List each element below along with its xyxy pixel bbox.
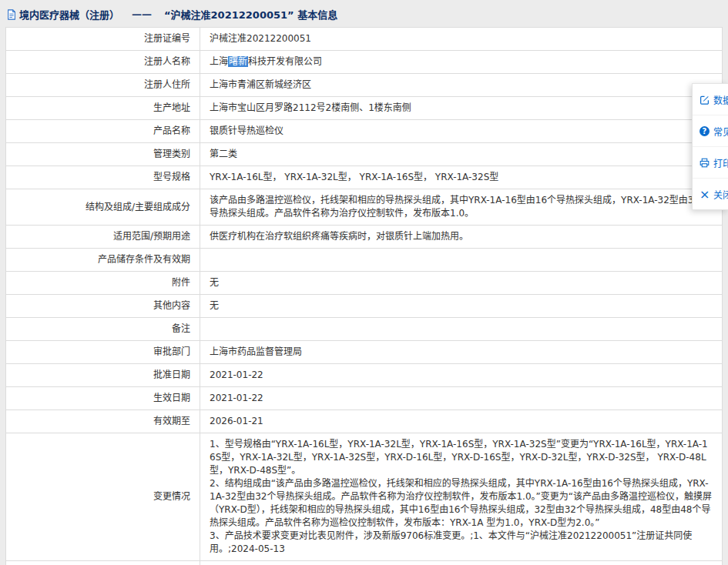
page-header: 境内医疗器械（注册） —— “沪械注准20212200051” 基本信息 [0, 0, 728, 27]
table-row: 批准日期 2021-01-22 [6, 364, 723, 387]
page-title-dash: —— [132, 8, 152, 20]
approval-date-value: 2021-01-22 [200, 364, 723, 387]
change-history-value: 1、型号规格由“YRX-1A-16L型，YRX-1A-32L型，YRX-1A-1… [200, 433, 723, 561]
management-category-value: 第二类 [200, 143, 723, 166]
side-item-label: 数据 [713, 93, 728, 106]
row-label: 审批部门 [6, 341, 200, 364]
page-title-right: “沪械注准20212200051” 基本信息 [164, 7, 337, 22]
table-row: 有效期至 2026-01-21 [6, 410, 723, 433]
page-title-left: 境内医疗器械（注册） [19, 7, 119, 22]
product-name-value: 银质针导热巡检仪 [200, 120, 723, 143]
table-row: 管理类别 第二类 [6, 143, 723, 166]
side-item-label: 常见 [713, 125, 728, 138]
table-row: 审批部门 上海市药品监督管理局 [6, 341, 723, 364]
close-icon: × [699, 189, 710, 199]
search-highlight: 曙新 [228, 56, 248, 67]
table-row: 结构及组成/主要组成成分 该产品由多路温控巡检仪，托线架和相应的导热探头组成，其… [6, 189, 723, 226]
table-row: 适用范围/预期用途 供医疗机构在治疗软组织疼痛等疾病时，对银质针上端加热用。 [6, 226, 723, 249]
document-icon [6, 9, 17, 20]
table-row: 注 详情 [6, 561, 723, 565]
row-label: 产品名称 [6, 120, 200, 143]
approval-department-value: 上海市药品监督管理局 [200, 341, 723, 364]
note-value: 详情 [200, 561, 723, 565]
row-label: 型号规格 [6, 166, 200, 189]
table-row: 生效日期 2021-01-22 [6, 387, 723, 410]
other-content-value: 无 [200, 295, 723, 318]
registrant-name-prefix: 上海 [210, 56, 228, 67]
row-label: 备注 [6, 318, 200, 341]
effective-date-value: 2021-01-22 [200, 387, 723, 410]
side-item-faq[interactable]: ? 常见 [693, 115, 728, 146]
table-row: 其他内容 无 [6, 295, 723, 318]
side-item-data-correction[interactable]: 数据 [693, 84, 728, 115]
row-label: 管理类别 [6, 143, 200, 166]
storage-conditions-value [200, 249, 723, 272]
side-item-close[interactable]: × 关闭 [693, 178, 728, 209]
row-label: 适用范围/预期用途 [6, 226, 200, 249]
expiry-date-value: 2026-01-21 [200, 410, 723, 433]
info-table: 注册证编号 沪械注准20212200051 注册人名称 上海曙新科技开发有限公司… [5, 27, 723, 565]
row-label: 生效日期 [6, 387, 200, 410]
row-label: 产品储存条件及有效期 [6, 249, 200, 272]
attachment-value: 无 [200, 272, 723, 295]
side-panel: 数据 ? 常见 打印 × 关闭 [692, 83, 728, 210]
row-label: 批准日期 [6, 364, 200, 387]
row-label: 结构及组成/主要组成成分 [6, 189, 200, 226]
table-row: 注册人名称 上海曙新科技开发有限公司 [6, 51, 723, 74]
row-label: 注 [6, 561, 200, 565]
edit-icon [699, 95, 710, 105]
intended-use-value: 供医疗机构在治疗软组织疼痛等疾病时，对银质针上端加热用。 [200, 226, 723, 249]
registrant-address-value: 上海市青浦区新城经济区 [200, 74, 723, 97]
remarks-value [200, 318, 723, 341]
row-label: 有效期至 [6, 410, 200, 433]
row-label: 注册人住所 [6, 74, 200, 97]
registrant-name-value: 上海曙新科技开发有限公司 [200, 51, 723, 74]
question-icon: ? [699, 126, 710, 136]
model-spec-value: YRX-1A-16L型， YRX-1A-32L型， YRX-1A-16S型， Y… [200, 166, 723, 189]
print-icon [699, 158, 710, 168]
table-row: 生产地址 上海市宝山区月罗路2112号2楼南侧、1楼东南侧 [6, 97, 723, 120]
table-row: 注册证编号 沪械注准20212200051 [6, 28, 723, 51]
registration-number-value: 沪械注准20212200051 [200, 28, 723, 51]
side-item-label: 打印 [713, 156, 728, 169]
production-address-value: 上海市宝山区月罗路2112号2楼南侧、1楼东南侧 [200, 97, 723, 120]
row-label: 生产地址 [6, 97, 200, 120]
table-row: 产品名称 银质针导热巡检仪 [6, 120, 723, 143]
side-item-print[interactable]: 打印 [693, 146, 728, 178]
row-label: 其他内容 [6, 295, 200, 318]
table-row: 变更情况 1、型号规格由“YRX-1A-16L型，YRX-1A-32L型，YRX… [6, 433, 723, 561]
row-label: 附件 [6, 272, 200, 295]
row-label: 注册证编号 [6, 28, 200, 51]
table-row: 注册人住所 上海市青浦区新城经济区 [6, 74, 723, 97]
row-label: 变更情况 [6, 433, 200, 561]
table-row: 附件 无 [6, 272, 723, 295]
registrant-name-suffix: 科技开发有限公司 [248, 56, 322, 67]
structure-composition-value: 该产品由多路温控巡检仪，托线架和相应的导热探头组成，其中YRX-1A-16型由1… [200, 189, 723, 226]
table-row: 产品储存条件及有效期 [6, 249, 723, 272]
table-row: 备注 [6, 318, 723, 341]
side-item-label: 关闭 [713, 188, 728, 201]
row-label: 注册人名称 [6, 51, 200, 74]
table-row: 型号规格 YRX-1A-16L型， YRX-1A-32L型， YRX-1A-16… [6, 166, 723, 189]
